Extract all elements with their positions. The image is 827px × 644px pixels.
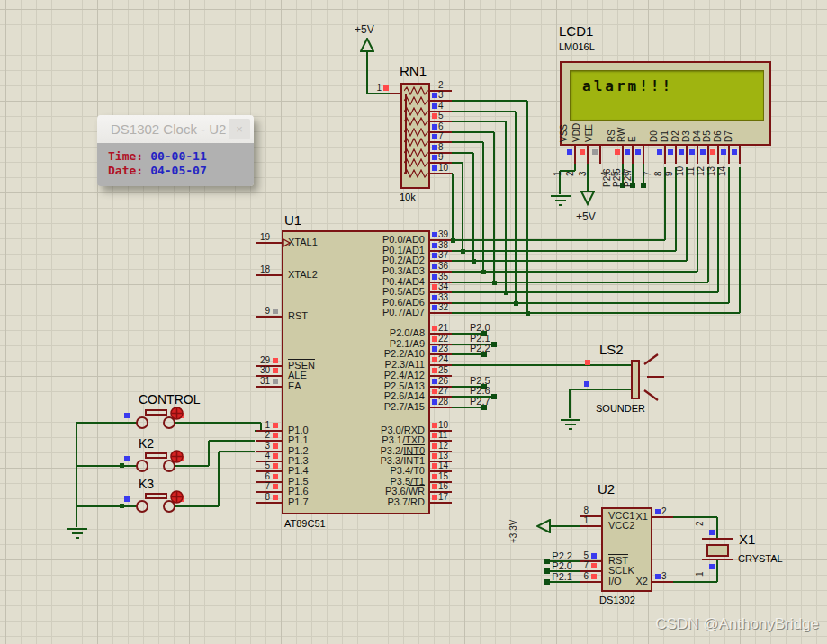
button-actuator-icon[interactable] (169, 449, 184, 464)
wire (472, 153, 474, 261)
pin-state-indicator (432, 264, 437, 269)
wire (716, 559, 718, 582)
pin-state-indicator (591, 563, 597, 568)
u1-pin-number: 1 (248, 420, 270, 430)
power-label-lcd-5v: +5V (576, 211, 596, 223)
lcd-pin-number: 7 (643, 171, 653, 176)
popup-title-bar[interactable]: DS1302 Clock - U2 × (97, 115, 254, 143)
pin-state-indicator (432, 295, 437, 300)
schematic-canvas[interactable]: alarm!!! RN1 10k LCD1 LM016L U1 AT89C51 … (0, 0, 827, 644)
time-value: 00-00-11 (150, 149, 207, 163)
resistor-icon (404, 158, 430, 167)
junction-dot (120, 463, 124, 468)
pin-stub (652, 581, 673, 583)
pin-state-indicator (273, 443, 278, 449)
u1-pin-number: 33 (438, 292, 448, 302)
u1-pin-number: 18 (248, 264, 270, 274)
pin-state-indicator (273, 358, 278, 363)
u1-pin-number: 24 (438, 354, 448, 364)
u2-pin-number: 6 (574, 571, 589, 581)
wire (452, 174, 454, 240)
wire (452, 364, 631, 366)
wire (452, 282, 708, 283)
lcd-display-text: alarm!!! (582, 77, 673, 94)
power-arrow-icon (580, 191, 595, 206)
u2-pin-label: X2 (625, 576, 648, 587)
button-label-k3: K3 (139, 477, 154, 491)
rn1-pin-number: 1 (367, 83, 382, 93)
pin-state-indicator (124, 413, 130, 418)
pin-state-indicator (567, 149, 572, 155)
resistor-icon (404, 107, 430, 116)
pin-state-indicator (273, 309, 278, 314)
pin-state-indicator (655, 509, 661, 514)
wire (452, 260, 687, 262)
u1-pin-label: EA (288, 380, 301, 392)
pin-stub (697, 146, 698, 164)
pin-state-indicator (700, 149, 706, 155)
pin-state-indicator (432, 124, 437, 130)
resistor-icon (404, 96, 430, 105)
pushbutton-terminal[interactable] (136, 416, 148, 429)
pin-stub (652, 516, 673, 518)
power-arrow-icon (536, 519, 552, 533)
crystal-body[interactable] (706, 544, 729, 557)
wire (728, 167, 730, 303)
u1-pin-number: 38 (438, 240, 448, 250)
sounder-body[interactable] (631, 360, 640, 399)
power-label-3v3: +3.3V (508, 520, 519, 543)
pin-state-indicator (432, 399, 437, 405)
pin-state-indicator (655, 574, 661, 579)
pin-state-indicator (591, 553, 597, 559)
wire (218, 452, 220, 506)
pin-state-indicator (432, 103, 437, 109)
pin-stub (664, 146, 666, 164)
wire (76, 422, 137, 424)
close-icon[interactable]: × (229, 119, 250, 139)
lcd-pin-name: VSS (559, 124, 570, 142)
rn1-ref-label: RN1 (400, 64, 427, 78)
pin-state-indicator (709, 530, 715, 535)
pin-state-indicator (432, 379, 437, 384)
pushbutton-bar (145, 409, 167, 416)
button-actuator-icon[interactable] (169, 406, 184, 421)
pushbutton-terminal[interactable] (136, 460, 148, 472)
pin-state-indicator (625, 149, 630, 155)
pin-stub (739, 146, 741, 164)
date-label: Date: (108, 164, 143, 177)
pin-state-indicator (635, 149, 641, 155)
pin-state-indicator (432, 357, 437, 362)
pin-state-indicator (710, 149, 715, 155)
net-label: P2.7 (470, 396, 490, 407)
pin-stub (256, 274, 282, 276)
pushbutton-terminal[interactable] (136, 500, 148, 513)
u2-pin-label: X1 (625, 511, 648, 523)
u1-pin-label: P0.7/AD7 (306, 307, 425, 318)
lcd-pin-number: 9 (664, 171, 675, 176)
lcd-pin-name: D0 (649, 130, 660, 142)
wire (707, 167, 709, 282)
pin-state-indicator (273, 484, 278, 489)
rn1-pin-number: 7 (438, 131, 444, 141)
sound-waves-icon (643, 352, 668, 404)
u1-pin-number: 6 (248, 471, 270, 481)
wire (515, 112, 517, 303)
ds1302-clock-popup[interactable]: DS1302 Clock - U2 × Time:00-00-11 Date:0… (97, 115, 254, 186)
u1-pin-number: 23 (438, 344, 448, 353)
lcd-pin-name: E (627, 136, 638, 142)
watermark-text: CSDN @AnthonyBridge (540, 615, 819, 633)
pin-state-indicator (383, 85, 389, 91)
u2-pin-label: I/O (608, 576, 622, 587)
wire (452, 407, 484, 408)
crystal-pin-number: 2 (695, 521, 706, 526)
button-actuator-icon[interactable] (169, 489, 184, 505)
u1-pin-number: 7 (248, 481, 270, 491)
u1-ref-label: U1 (284, 213, 301, 228)
u1-pin-number: 17 (438, 492, 448, 502)
u2-ref-label: U2 (598, 482, 615, 496)
pin-state-indicator (432, 243, 437, 248)
u1-pin-number: 35 (438, 272, 448, 282)
wire (175, 465, 209, 467)
net-terminal (491, 394, 497, 399)
pin-state-indicator (432, 389, 437, 394)
